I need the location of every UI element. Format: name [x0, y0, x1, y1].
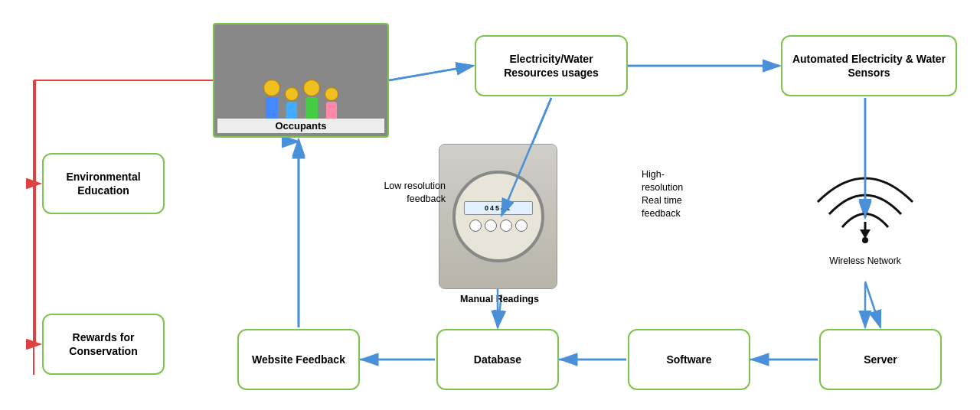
server-box: Server [819, 329, 942, 390]
server-label: Server [864, 353, 897, 366]
database-box: Database [436, 329, 559, 390]
wireless-label: Wireless Network [829, 255, 900, 266]
software-label: Software [666, 353, 711, 366]
auto-sensors-label: Automated Electricity & Water Sensors [789, 52, 949, 80]
env-edu-label: Environmental Education [50, 170, 157, 197]
meter-image: 04541 [439, 144, 557, 289]
database-label: Database [474, 353, 521, 366]
manual-readings-label: Manual Readings [440, 293, 559, 306]
env-edu-box: Environmental Education [42, 153, 165, 214]
rewards-label: Rewards for Conservation [50, 330, 157, 358]
auto-sensors-box: Automated Electricity & Water Sensors [781, 35, 957, 96]
rewards-box: Rewards for Conservation [42, 314, 165, 375]
diagram-container: Occupants Electricity/WaterResources usa… [0, 0, 980, 410]
elec-water-box: Electricity/WaterResources usages [475, 35, 628, 96]
website-label: Website Feedback [252, 353, 345, 366]
svg-point-37 [862, 237, 868, 243]
svg-line-27 [865, 281, 880, 327]
elec-water-label: Electricity/WaterResources usages [504, 52, 599, 80]
svg-line-22 [389, 66, 473, 80]
occupants-box: Occupants [213, 23, 389, 138]
high-res-label: High-resolutionReal timefeedback [642, 168, 718, 220]
low-res-label: Low resolutionfeedback [361, 180, 446, 206]
svg-line-4 [389, 66, 473, 80]
website-feedback-box: Website Feedback [237, 329, 360, 390]
wireless-network-icon: Wireless Network [804, 157, 926, 279]
occupants-label: Occupants [217, 119, 384, 133]
software-box: Software [628, 329, 750, 390]
